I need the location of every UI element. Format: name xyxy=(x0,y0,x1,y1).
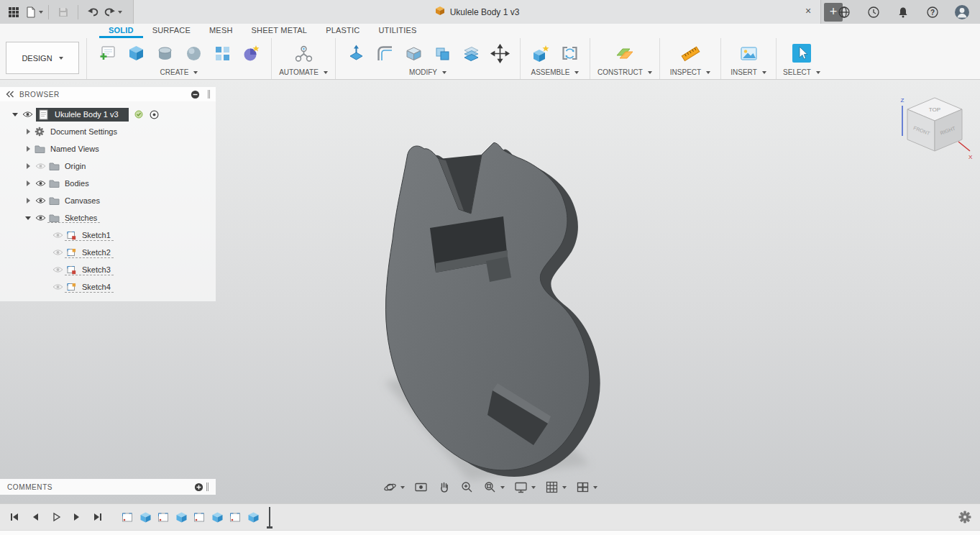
expander-icon[interactable] xyxy=(23,129,33,134)
expander-icon[interactable] xyxy=(23,216,33,220)
panel-resize-grip[interactable] xyxy=(208,90,210,99)
step-forward-icon[interactable] xyxy=(70,510,84,524)
visibility-eye-icon[interactable] xyxy=(33,163,47,170)
viewports-icon[interactable] xyxy=(574,480,599,495)
notifications-bell-icon[interactable] xyxy=(894,3,912,22)
apps-grid-icon[interactable] xyxy=(4,3,23,22)
panel-resize-grip[interactable] xyxy=(206,483,209,491)
close-icon[interactable]: × xyxy=(802,5,815,18)
construct-menu[interactable]: CONSTRUCT xyxy=(597,68,653,79)
timeline-feature-extrude[interactable] xyxy=(211,511,224,524)
offset-face-icon[interactable] xyxy=(457,40,485,66)
step-back-icon[interactable] xyxy=(28,510,42,524)
tab-surface[interactable]: SURFACE xyxy=(143,24,200,38)
sphere-icon[interactable] xyxy=(180,40,207,66)
combine-icon[interactable] xyxy=(429,40,456,66)
help-icon[interactable]: ? xyxy=(923,3,942,22)
visibility-eye-icon[interactable] xyxy=(33,197,47,204)
pan-hand-icon[interactable] xyxy=(436,480,452,495)
create-sketch-icon[interactable] xyxy=(93,40,121,66)
orbit-icon[interactable] xyxy=(382,480,406,495)
visibility-eye-icon[interactable] xyxy=(50,249,65,256)
fillet-icon[interactable] xyxy=(371,40,398,66)
tab-utilities[interactable]: UTILITIES xyxy=(369,24,426,38)
joint-icon[interactable] xyxy=(556,40,583,66)
select-cursor-icon[interactable] xyxy=(788,40,815,66)
expander-icon[interactable] xyxy=(23,198,33,204)
document-tab[interactable]: Ukulele Body 1 v3 × xyxy=(133,0,821,24)
display-settings-icon[interactable] xyxy=(513,480,537,495)
job-status-clock-icon[interactable] xyxy=(864,3,883,22)
timeline-settings-gear-icon[interactable] xyxy=(958,511,971,526)
expander-icon[interactable] xyxy=(23,163,33,169)
move-copy-icon[interactable] xyxy=(486,40,513,66)
pattern-icon[interactable] xyxy=(209,40,236,66)
timeline-feature-sketch[interactable] xyxy=(229,511,242,524)
undo-icon[interactable] xyxy=(83,3,102,22)
tree-item-sketch4[interactable]: Sketch4 xyxy=(0,278,216,296)
root-selection-highlight[interactable]: Ukulele Body 1 v3 xyxy=(36,108,129,122)
design-workspace-dropdown[interactable]: DESIGN xyxy=(6,42,79,74)
timeline-position-marker[interactable] xyxy=(269,507,270,527)
tree-item-sketch1[interactable]: Sketch1 xyxy=(0,227,216,244)
collapse-panel-icon[interactable] xyxy=(6,91,14,98)
timeline-feature-sketch[interactable] xyxy=(121,511,134,524)
web-icon[interactable] xyxy=(835,3,853,22)
zoom-icon[interactable] xyxy=(459,480,475,495)
minimize-panel-icon[interactable] xyxy=(191,90,200,99)
visibility-eye-icon[interactable] xyxy=(50,266,65,273)
timeline-feature-sketch[interactable] xyxy=(157,511,170,524)
timeline-feature-extrude[interactable] xyxy=(247,511,260,524)
tree-item-sketches[interactable]: Sketches xyxy=(0,209,216,227)
box-icon[interactable] xyxy=(122,40,150,66)
insert-image-icon[interactable] xyxy=(735,40,762,66)
cylinder-icon[interactable] xyxy=(151,40,178,66)
assemble-menu[interactable]: ASSEMBLE xyxy=(527,68,583,79)
visibility-eye-icon[interactable] xyxy=(33,180,47,187)
expander-icon[interactable] xyxy=(23,180,33,186)
tree-item-sketch2[interactable]: Sketch2 xyxy=(0,244,216,261)
look-at-icon[interactable] xyxy=(413,480,429,495)
automate-configure-icon[interactable] xyxy=(290,40,317,66)
measure-icon[interactable] xyxy=(677,40,704,66)
insert-menu[interactable]: INSERT xyxy=(728,68,769,79)
new-component-icon[interactable] xyxy=(527,40,554,66)
timeline-feature-extrude[interactable] xyxy=(139,511,152,524)
user-avatar[interactable] xyxy=(953,3,971,22)
browser-header[interactable]: BROWSER xyxy=(0,87,216,101)
redo-icon[interactable] xyxy=(104,3,122,22)
create-form-icon[interactable] xyxy=(237,40,265,66)
tree-item-root-component[interactable]: Ukulele Body 1 v3 xyxy=(0,106,216,123)
create-menu[interactable]: CREATE xyxy=(93,68,265,79)
press-pull-icon[interactable] xyxy=(342,40,370,66)
select-menu[interactable]: SELECT xyxy=(783,68,820,79)
sync-status-icon[interactable] xyxy=(134,110,143,119)
tab-mesh[interactable]: MESH xyxy=(200,24,242,38)
file-menu-icon[interactable] xyxy=(24,3,43,22)
activate-component-radio-icon[interactable] xyxy=(150,110,159,119)
comments-bar[interactable]: COMMENTS xyxy=(0,479,216,495)
shell-icon[interactable] xyxy=(400,40,427,66)
tab-plastic[interactable]: PLASTIC xyxy=(316,24,369,38)
visibility-eye-icon[interactable] xyxy=(20,111,35,118)
tree-item-document-settings[interactable]: Document Settings xyxy=(0,123,216,140)
tree-item-named-views[interactable]: Named Views xyxy=(0,140,216,157)
modify-menu[interactable]: MODIFY xyxy=(342,68,513,79)
expander-icon[interactable] xyxy=(10,113,20,116)
save-icon[interactable] xyxy=(54,3,73,22)
timeline-feature-extrude[interactable] xyxy=(175,511,188,524)
visibility-eye-icon[interactable] xyxy=(50,283,65,291)
grid-display-icon[interactable] xyxy=(544,480,568,495)
play-icon[interactable] xyxy=(49,510,63,524)
expand-comments-icon[interactable] xyxy=(194,483,203,492)
model-ukulele-body[interactable] xyxy=(345,101,633,504)
viewcube[interactable]: Z TOP FRONT RIGHT X xyxy=(895,94,974,166)
tree-item-origin[interactable]: Origin xyxy=(0,157,216,175)
expander-icon[interactable] xyxy=(23,146,33,152)
construction-plane-icon[interactable] xyxy=(611,40,638,66)
tree-item-sketch3[interactable]: Sketch3 xyxy=(0,261,216,278)
inspect-menu[interactable]: INSPECT xyxy=(667,68,714,79)
automate-menu[interactable]: AUTOMATE xyxy=(278,68,329,79)
tab-solid[interactable]: SOLID xyxy=(99,24,143,38)
visibility-eye-icon[interactable] xyxy=(50,232,65,239)
